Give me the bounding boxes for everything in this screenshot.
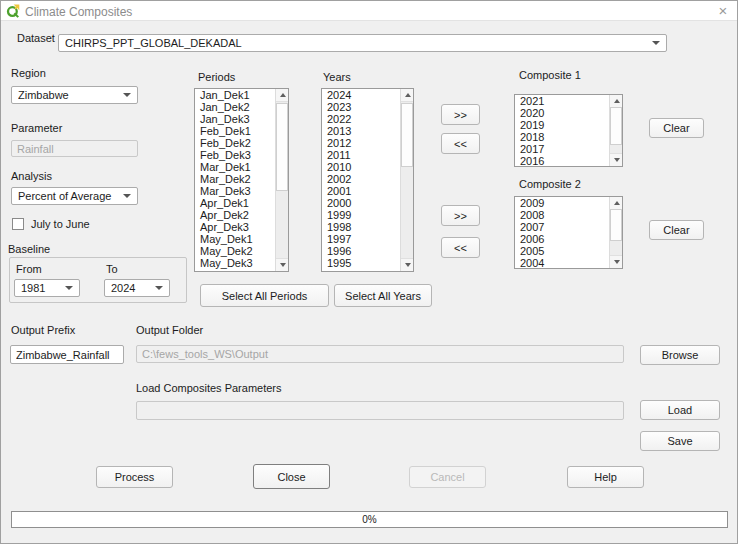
- list-item[interactable]: 2012: [327, 137, 399, 149]
- region-value: Zimbabwe: [18, 89, 119, 101]
- composite1-label: Composite 1: [519, 69, 581, 81]
- list-item[interactable]: 2010: [327, 161, 399, 173]
- composite1-scrollbar[interactable]: [609, 95, 622, 166]
- dataset-combobox[interactable]: CHIRPS_PPT_GLOBAL_DEKADAL: [58, 34, 667, 52]
- list-item[interactable]: 2004: [520, 257, 608, 268]
- close-icon[interactable]: ×: [715, 3, 731, 19]
- periods-label: Periods: [198, 71, 235, 83]
- progress-bar: 0%: [11, 511, 728, 528]
- list-item[interactable]: Mar_Dek3: [200, 185, 274, 197]
- scrollbar-thumb[interactable]: [401, 103, 413, 167]
- scroll-up-icon[interactable]: [276, 89, 289, 102]
- select-all-periods-button[interactable]: Select All Periods: [200, 284, 329, 307]
- baseline-to-combobox[interactable]: 2024: [104, 279, 170, 297]
- list-item[interactable]: 2008: [520, 209, 608, 221]
- add-to-composite2-button[interactable]: >>: [441, 205, 480, 226]
- list-item[interactable]: Jan_Dek3: [200, 113, 274, 125]
- list-item[interactable]: 2022: [327, 113, 399, 125]
- list-item[interactable]: Mar_Dek1: [200, 161, 274, 173]
- scroll-down-icon[interactable]: [276, 258, 289, 271]
- list-item[interactable]: Feb_Dek3: [200, 149, 274, 161]
- list-item[interactable]: May_Dek1: [200, 233, 274, 245]
- list-item[interactable]: 2024: [327, 89, 399, 101]
- list-item[interactable]: 2016: [520, 155, 608, 166]
- help-button[interactable]: Help: [567, 466, 644, 488]
- scroll-down-icon[interactable]: [610, 255, 623, 268]
- list-item[interactable]: May_Dek3: [200, 257, 274, 269]
- cancel-button: Cancel: [409, 466, 486, 488]
- composite2-listbox[interactable]: 200920082007200620052004: [514, 196, 623, 269]
- scroll-down-icon[interactable]: [401, 258, 414, 271]
- region-combobox[interactable]: Zimbabwe: [11, 86, 138, 104]
- list-item[interactable]: 2001: [327, 185, 399, 197]
- process-button[interactable]: Process: [96, 466, 173, 488]
- list-item[interactable]: 2000: [327, 197, 399, 209]
- baseline-label: Baseline: [8, 243, 50, 255]
- titlebar: Climate Composites ×: [1, 1, 737, 21]
- years-items: 2024202320222013201220112010200220012000…: [322, 89, 399, 271]
- list-item[interactable]: 1999: [327, 209, 399, 221]
- list-item[interactable]: 1996: [327, 245, 399, 257]
- list-item[interactable]: Mar_Dek2: [200, 173, 274, 185]
- list-item[interactable]: 2023: [327, 101, 399, 113]
- periods-scrollbar[interactable]: [275, 89, 288, 271]
- list-item[interactable]: Apr_Dek2: [200, 209, 274, 221]
- list-item[interactable]: 1995: [327, 257, 399, 269]
- browse-button[interactable]: Browse: [640, 345, 720, 365]
- composite1-listbox[interactable]: 202120202019201820172016: [514, 94, 623, 167]
- list-item[interactable]: Jun_Dek1: [200, 269, 274, 271]
- clear-composite1-button[interactable]: Clear: [649, 118, 704, 138]
- dataset-value: CHIRPS_PPT_GLOBAL_DEKADAL: [65, 37, 648, 49]
- scrollbar-thumb[interactable]: [610, 107, 622, 145]
- list-item[interactable]: May_Dek2: [200, 245, 274, 257]
- list-item[interactable]: 1997: [327, 233, 399, 245]
- analysis-combobox[interactable]: Percent of Average: [11, 187, 138, 205]
- output-prefix-input[interactable]: [10, 345, 124, 364]
- list-item[interactable]: 2005: [520, 245, 608, 257]
- list-item[interactable]: 2017: [520, 143, 608, 155]
- list-item[interactable]: Jan_Dek2: [200, 101, 274, 113]
- years-scrollbar[interactable]: [400, 89, 413, 271]
- scroll-up-icon[interactable]: [401, 89, 414, 102]
- list-item[interactable]: Apr_Dek3: [200, 221, 274, 233]
- list-item[interactable]: 2002: [327, 173, 399, 185]
- save-button[interactable]: Save: [640, 431, 720, 451]
- list-item[interactable]: 2009: [520, 197, 608, 209]
- list-item[interactable]: 2013: [327, 125, 399, 137]
- list-item[interactable]: 1994: [327, 269, 399, 271]
- baseline-from-combobox[interactable]: 1981: [14, 279, 80, 297]
- list-item[interactable]: Feb_Dek2: [200, 137, 274, 149]
- composite2-items: 200920082007200620052004: [515, 197, 608, 268]
- list-item[interactable]: 1998: [327, 221, 399, 233]
- baseline-to-label: To: [106, 263, 118, 275]
- scrollbar-thumb[interactable]: [276, 103, 288, 191]
- list-item[interactable]: 2021: [520, 95, 608, 107]
- periods-listbox[interactable]: Jan_Dek1Jan_Dek2Jan_Dek3Feb_Dek1Feb_Dek2…: [194, 88, 289, 272]
- close-button[interactable]: Close: [253, 464, 330, 489]
- list-item[interactable]: 2018: [520, 131, 608, 143]
- remove-from-composite1-button[interactable]: <<: [441, 133, 480, 154]
- july-to-june-checkbox[interactable]: [12, 218, 24, 230]
- load-composites-parameters-field: [136, 401, 624, 420]
- chevron-down-icon: [123, 93, 131, 97]
- select-all-years-button[interactable]: Select All Years: [334, 284, 432, 307]
- scrollbar-thumb[interactable]: [610, 209, 622, 241]
- list-item[interactable]: Feb_Dek1: [200, 125, 274, 137]
- list-item[interactable]: Jan_Dek1: [200, 89, 274, 101]
- list-item[interactable]: 2007: [520, 221, 608, 233]
- list-item[interactable]: 2011: [327, 149, 399, 161]
- remove-from-composite2-button[interactable]: <<: [441, 237, 480, 258]
- list-item[interactable]: 2020: [520, 107, 608, 119]
- load-button[interactable]: Load: [640, 400, 720, 420]
- list-item[interactable]: 2019: [520, 119, 608, 131]
- list-item[interactable]: Apr_Dek1: [200, 197, 274, 209]
- scroll-down-icon[interactable]: [610, 153, 623, 166]
- clear-composite2-button[interactable]: Clear: [649, 220, 704, 240]
- years-listbox[interactable]: 2024202320222013201220112010200220012000…: [321, 88, 414, 272]
- july-to-june-label: July to June: [31, 218, 90, 230]
- chevron-down-icon: [155, 286, 163, 290]
- baseline-groupbox: From 1981 To 2024: [9, 257, 187, 303]
- list-item[interactable]: 2006: [520, 233, 608, 245]
- composite2-scrollbar[interactable]: [609, 197, 622, 268]
- add-to-composite1-button[interactable]: >>: [441, 104, 480, 125]
